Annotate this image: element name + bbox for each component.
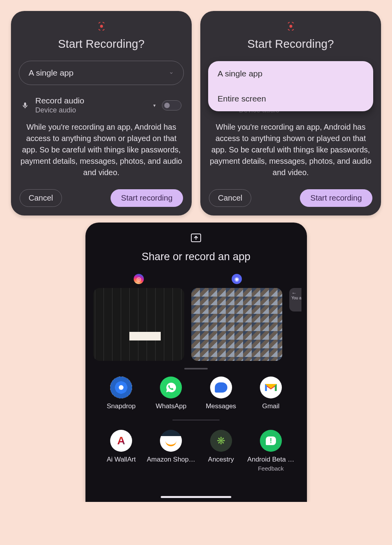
whatsapp-icon — [160, 377, 182, 398]
app-label: Android Beta … — [247, 456, 294, 464]
start-recording-button[interactable]: Start recording — [300, 189, 372, 207]
recent-app-thumbnail: ←You and — [289, 288, 301, 311]
chevron-down-icon — [169, 70, 174, 76]
share-target-messages[interactable]: Messages — [196, 377, 246, 410]
messages-icon — [210, 377, 232, 398]
app-android-beta[interactable]: Android Beta … Feedback — [246, 430, 296, 472]
app-label: Messages — [206, 402, 236, 410]
mode-select-value: A single app — [29, 68, 73, 78]
record-audio-row[interactable]: Record audio Device audio ▾ — [19, 96, 184, 121]
mode-dropdown: A single app Entire screen — [208, 61, 373, 111]
share-record-sheet: Share or record an app ◎ ◉ ←You and Snap — [85, 223, 307, 502]
cancel-button[interactable]: Cancel — [209, 189, 251, 207]
cancel-button[interactable]: Cancel — [20, 189, 62, 207]
sheet-title: Share or record an app — [91, 251, 301, 263]
mode-select[interactable]: A single app — [19, 61, 184, 85]
all-apps-grid: Ai WallArt Amazon Shop… Ancestry Android… — [91, 427, 301, 472]
record-audio-switch[interactable] — [162, 100, 181, 110]
instagram-icon: ◎ — [134, 274, 144, 284]
drag-handle[interactable] — [184, 368, 208, 369]
app-label: Ai WallArt — [107, 456, 136, 464]
ancestry-icon — [210, 430, 232, 452]
dialog-title: Start Recording? — [208, 38, 373, 51]
dialog-title: Start Recording? — [19, 38, 184, 51]
recent-app-thumbnail — [93, 288, 184, 361]
app-label: Ancestry — [208, 456, 234, 464]
recent-app-thumbnail — [191, 288, 282, 361]
svg-point-1 — [289, 25, 292, 27]
mode-option-entire-screen[interactable]: Entire screen — [208, 86, 373, 111]
app-sublabel: Feedback — [258, 465, 284, 472]
microphone-icon — [21, 101, 29, 109]
share-target-gmail[interactable]: Gmail — [246, 377, 296, 410]
share-target-snapdrop[interactable]: Snapdrop — [96, 377, 146, 410]
app-amazon[interactable]: Amazon Shop… — [146, 430, 196, 472]
mode-option-single-app[interactable]: A single app — [208, 61, 373, 86]
cast-icon — [91, 234, 301, 242]
gmail-icon — [260, 377, 282, 398]
recent-app-partial[interactable]: ←You and — [289, 274, 301, 361]
record-dialog-dropdown-open: Start Recording? A single app Record aud… — [200, 11, 381, 215]
amazon-icon — [160, 430, 182, 452]
app-label: Snapdrop — [107, 402, 136, 410]
privacy-warning: While you're recording an app, Android h… — [19, 121, 184, 178]
app-ancestry[interactable]: Ancestry — [196, 430, 246, 472]
record-audio-label: Record audio — [35, 96, 147, 105]
record-icon — [287, 22, 295, 31]
recent-apps-row[interactable]: ◎ ◉ ←You and — [91, 274, 301, 361]
privacy-warning: While you're recording an app, Android h… — [208, 121, 373, 178]
app-label: Gmail — [262, 402, 279, 410]
share-target-whatsapp[interactable]: WhatsApp — [146, 377, 196, 410]
recent-app-discord[interactable]: ◉ — [191, 274, 282, 361]
separator — [172, 420, 220, 420]
share-apps-grid: Snapdrop WhatsApp Messages Gmail — [91, 374, 301, 410]
app-label: WhatsApp — [156, 402, 186, 410]
snapdrop-icon — [110, 377, 132, 398]
svg-point-0 — [100, 25, 103, 27]
android-beta-icon — [260, 430, 282, 452]
record-icon — [97, 22, 106, 31]
record-audio-sublabel: Device audio — [35, 106, 147, 114]
start-recording-button[interactable]: Start recording — [111, 189, 183, 207]
discord-icon: ◉ — [232, 274, 242, 284]
record-dialog-closed: Start Recording? A single app Record aud… — [11, 11, 192, 215]
app-label: Amazon Shop… — [147, 456, 195, 464]
recent-app-instagram[interactable]: ◎ — [93, 274, 184, 361]
dropdown-triangle-icon[interactable]: ▾ — [153, 103, 156, 108]
app-ai-wallart[interactable]: Ai WallArt — [96, 430, 146, 472]
ai-wallart-icon — [110, 430, 132, 452]
